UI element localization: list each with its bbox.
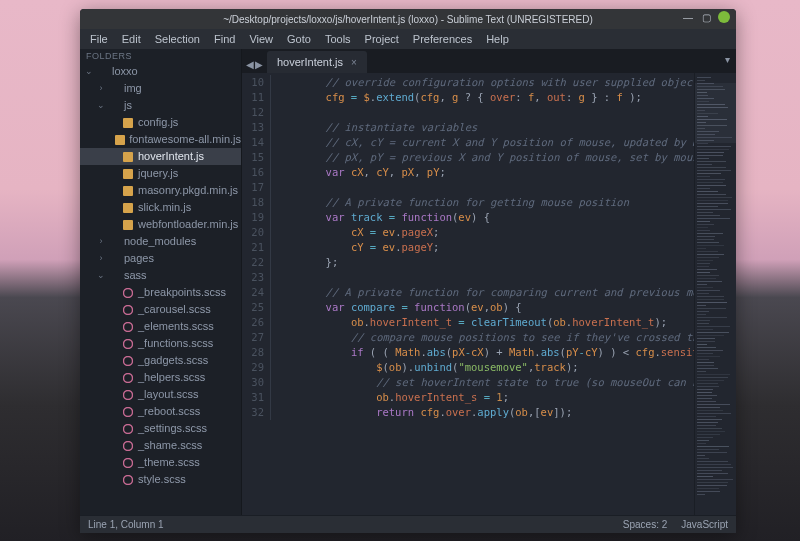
code-line[interactable]: ob.hoverIntent_t = clearTimeout(ob.hover… (270, 315, 694, 330)
menu-selection[interactable]: Selection (149, 31, 206, 47)
maximize-button[interactable]: ▢ (700, 11, 712, 23)
tab-dropdown-icon[interactable]: ▾ (725, 54, 730, 65)
svg-rect-0 (123, 118, 133, 128)
main-area: FOLDERS ⌄loxxo›img⌄jsconfig.jsfontawesom… (80, 49, 736, 515)
code-line[interactable]: var track = function(ev) { (270, 210, 694, 225)
code-line[interactable]: return cfg.over.apply(ob,[ev]); (270, 405, 694, 420)
file-_reboot.scss[interactable]: _reboot.scss (80, 403, 241, 420)
folder-node_modules[interactable]: ›node_modules (80, 233, 241, 250)
code-line[interactable]: var cX, cY, pX, pY; (270, 165, 694, 180)
status-cursor[interactable]: Line 1, Column 1 (88, 519, 164, 530)
code-area[interactable]: 1011121314151617181920212223242526272829… (242, 73, 736, 515)
svg-rect-1 (115, 135, 125, 145)
minimap[interactable] (694, 73, 736, 515)
file-fontawesome-all.min.js[interactable]: fontawesome-all.min.js (80, 131, 241, 148)
svg-point-11 (124, 356, 133, 365)
tree-item-label: fontawesome-all.min.js (129, 131, 241, 148)
code-line[interactable]: cfg = $.extend(cfg, g ? { over: f, out: … (270, 90, 694, 105)
tab-active[interactable]: hoverIntent.js × (267, 51, 367, 73)
file-_carousel.scss[interactable]: _carousel.scss (80, 301, 241, 318)
file-_layout.scss[interactable]: _layout.scss (80, 386, 241, 403)
code-line[interactable]: // pX, pY = previous X and Y position of… (270, 150, 694, 165)
code-line[interactable]: var compare = function(ev,ob) { (270, 300, 694, 315)
code-line[interactable]: }; (270, 255, 694, 270)
file-webfontloader.min.js[interactable]: webfontloader.min.js (80, 216, 241, 233)
file-_helpers.scss[interactable]: _helpers.scss (80, 369, 241, 386)
sass-file-icon (122, 338, 134, 350)
file-style.scss[interactable]: style.scss (80, 471, 241, 488)
file-_functions.scss[interactable]: _functions.scss (80, 335, 241, 352)
code-line[interactable]: // A private function for getting mouse … (270, 195, 694, 210)
code-line[interactable]: ob.hoverIntent_s = 1; (270, 390, 694, 405)
file-jquery.js[interactable]: jquery.js (80, 165, 241, 182)
folder-icon (108, 270, 120, 282)
menu-view[interactable]: View (243, 31, 279, 47)
close-button[interactable] (718, 11, 730, 23)
minimap-viewport[interactable] (695, 83, 736, 143)
file-slick.min.js[interactable]: slick.min.js (80, 199, 241, 216)
tree-item-label: pages (124, 250, 154, 267)
code-line[interactable] (270, 105, 694, 120)
file-masonry.pkgd.min.js[interactable]: masonry.pkgd.min.js (80, 182, 241, 199)
svg-point-14 (124, 407, 133, 416)
code-line[interactable]: cX = ev.pageX; (270, 225, 694, 240)
tree-item-label: jquery.js (138, 165, 178, 182)
svg-rect-6 (123, 220, 133, 230)
folder-sass[interactable]: ⌄sass (80, 267, 241, 284)
menu-help[interactable]: Help (480, 31, 515, 47)
js-file-icon (122, 151, 134, 163)
file-_elements.scss[interactable]: _elements.scss (80, 318, 241, 335)
folder-pages[interactable]: ›pages (80, 250, 241, 267)
code-line[interactable]: if ( ( Math.abs(pX-cX) + Math.abs(pY-cY)… (270, 345, 694, 360)
line-number: 31 (242, 390, 264, 405)
file-_theme.scss[interactable]: _theme.scss (80, 454, 241, 471)
file-_gadgets.scss[interactable]: _gadgets.scss (80, 352, 241, 369)
code-line[interactable]: // instantiate variables (270, 120, 694, 135)
chevron-right-icon[interactable]: › (96, 250, 106, 267)
svg-point-13 (124, 390, 133, 399)
line-number: 26 (242, 315, 264, 330)
file-_settings.scss[interactable]: _settings.scss (80, 420, 241, 437)
menu-tools[interactable]: Tools (319, 31, 357, 47)
tab-close-icon[interactable]: × (351, 57, 357, 68)
status-language[interactable]: JavaScript (681, 519, 728, 530)
line-number: 14 (242, 135, 264, 150)
line-number: 23 (242, 270, 264, 285)
sass-file-icon (122, 406, 134, 418)
file-hoverIntent.js[interactable]: hoverIntent.js (80, 148, 241, 165)
code-line[interactable]: // override configuration options with u… (270, 75, 694, 90)
menu-project[interactable]: Project (359, 31, 405, 47)
file-_breakpoints.scss[interactable]: _breakpoints.scss (80, 284, 241, 301)
menu-file[interactable]: File (84, 31, 114, 47)
code-line[interactable]: // set hoverIntent state to true (so mou… (270, 375, 694, 390)
tab-prev-icon[interactable]: ◀ (246, 59, 254, 70)
code-content[interactable]: // override configuration options with u… (270, 73, 694, 515)
tab-next-icon[interactable]: ▶ (255, 59, 263, 70)
chevron-down-icon[interactable]: ⌄ (96, 97, 106, 114)
chevron-right-icon[interactable]: › (96, 80, 106, 97)
code-line[interactable]: $(ob).unbind("mousemove",track); (270, 360, 694, 375)
menu-preferences[interactable]: Preferences (407, 31, 478, 47)
chevron-down-icon[interactable]: ⌄ (84, 63, 94, 80)
line-number: 28 (242, 345, 264, 360)
file-config.js[interactable]: config.js (80, 114, 241, 131)
code-line[interactable] (270, 270, 694, 285)
folder-js[interactable]: ⌄js (80, 97, 241, 114)
titlebar[interactable]: ~/Desktop/projects/loxxo/js/hoverIntent.… (80, 9, 736, 29)
folder-loxxo[interactable]: ⌄loxxo (80, 63, 241, 80)
code-line[interactable]: cY = ev.pageY; (270, 240, 694, 255)
menu-find[interactable]: Find (208, 31, 241, 47)
code-line[interactable]: // compare mouse positions to see if the… (270, 330, 694, 345)
status-spaces[interactable]: Spaces: 2 (623, 519, 667, 530)
menu-edit[interactable]: Edit (116, 31, 147, 47)
tree-item-label: _layout.scss (138, 386, 199, 403)
file-_shame.scss[interactable]: _shame.scss (80, 437, 241, 454)
code-line[interactable] (270, 180, 694, 195)
folder-img[interactable]: ›img (80, 80, 241, 97)
chevron-down-icon[interactable]: ⌄ (96, 267, 106, 284)
code-line[interactable]: // A private function for comparing curr… (270, 285, 694, 300)
minimize-button[interactable]: — (682, 11, 694, 23)
menu-goto[interactable]: Goto (281, 31, 317, 47)
code-line[interactable]: // cX, cY = current X and Y position of … (270, 135, 694, 150)
chevron-right-icon[interactable]: › (96, 233, 106, 250)
